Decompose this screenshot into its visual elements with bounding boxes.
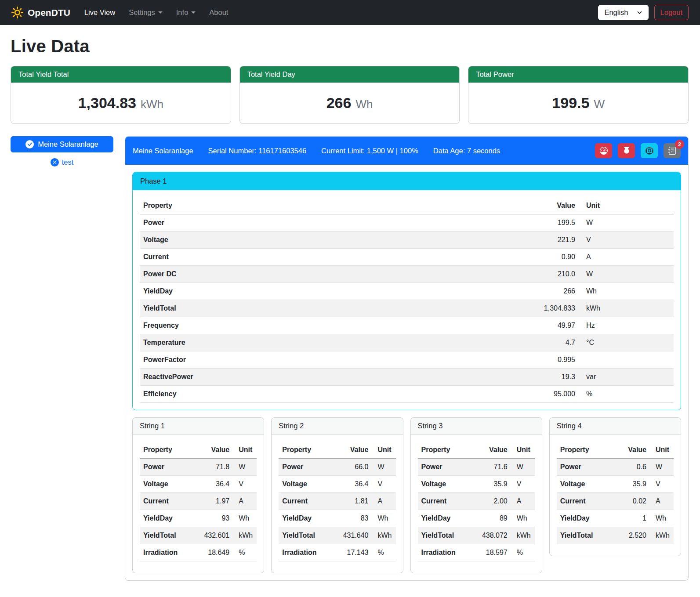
unit-cell: A [579,249,674,266]
unit-cell: V [511,476,535,493]
table-row: Power 199.5 W [140,214,674,232]
inverter-serial: Serial Number: 116171603546 [208,147,307,155]
property-cell: Current [140,493,192,510]
table-header-row: Property Value Unit [279,441,395,459]
power-icon [623,147,631,155]
chevron-down-icon [637,10,642,15]
language-select[interactable]: English [598,5,648,20]
unit-cell: A [372,493,396,510]
property-cell: Current [279,493,331,510]
col-value: Value [403,197,579,214]
property-cell: Temperature [140,334,403,351]
unit-cell: kWh [233,527,257,544]
value-cell: 35.9 [470,476,511,493]
power-settings-button[interactable] [618,143,635,158]
card-value: 266 [326,94,352,111]
table-row: Voltage 221.9 V [140,232,674,249]
table-row: Irradiation 18.597 % [418,544,535,561]
unit-cell: °C [579,334,674,351]
card-unit: W [594,98,605,111]
property-cell: YieldDay [557,510,614,527]
cpu-icon [646,147,653,155]
value-cell: 18.597 [470,544,511,561]
value-cell: 49.97 [403,317,579,334]
value-cell: 95.000 [403,386,579,403]
col-value: Value [192,441,233,459]
unit-cell: kWh [511,527,535,544]
device-info-button[interactable] [641,143,658,158]
unit-cell: V [579,232,674,249]
property-cell: Efficiency [140,386,403,403]
col-unit: Unit [233,441,257,459]
value-cell: 1,304.833 [403,300,579,317]
string-3-header: String 3 [411,418,542,434]
unit-cell: V [372,476,396,493]
property-cell: YieldDay [140,283,403,300]
col-value: Value [331,441,372,459]
property-cell: Power [140,214,403,232]
card-body: 199.5W [468,83,688,123]
card-unit: Wh [355,98,373,111]
table-row: Irradiation 18.649 % [140,544,257,561]
table-row: Power DC 210.0 W [140,266,674,283]
inverter-item-test[interactable]: test [11,158,113,166]
table-row: PowerFactor 0.995 [140,351,674,369]
unit-cell: kWh [650,527,674,544]
nav-about[interactable]: About [209,8,228,17]
value-cell: 431.640 [331,527,372,544]
nav-live-view[interactable]: Live View [84,8,115,17]
limit-settings-button[interactable] [595,143,612,158]
logout-button[interactable]: Logout [654,5,689,20]
nav-info[interactable]: Info [176,8,196,17]
table-row: Current 1.97 A [140,493,257,510]
property-cell: Power [418,459,470,476]
value-cell: 18.649 [192,544,233,561]
property-cell: YieldTotal [418,527,470,544]
inverter-sidebar: Meine Solaranlage test [11,136,113,166]
table-row: Power 0.6 W [557,459,674,476]
table-row: Current 2.00 A [418,493,535,510]
property-cell: YieldDay [279,510,331,527]
inverter-name: Meine Solaranlage [133,147,193,155]
card-header: Total Yield Day [240,66,460,83]
string-4-table: Property Value Unit Power [557,441,674,544]
inverter-data-age: Data Age: 7 seconds [433,147,500,155]
property-cell: Irradiation [279,544,331,561]
value-cell: 1.81 [331,493,372,510]
unit-cell: % [372,544,396,561]
card-value: 1,304.83 [78,94,136,111]
journal-text-icon [668,147,676,155]
inverter-limit: Current Limit: 1,500 W | 100% [321,147,418,155]
event-log-button[interactable]: 2 [664,143,681,158]
inverter-header: Meine Solaranlage Serial Number: 1161716… [125,137,688,165]
value-cell: 4.7 [403,334,579,351]
property-cell: YieldDay [140,510,192,527]
card-total-power: Total Power 199.5W [468,66,689,124]
inverter-select-button[interactable]: Meine Solaranlage [11,136,113,152]
table-header-row: Property Value Unit [418,441,535,459]
table-row: Voltage 35.9 V [418,476,535,493]
unit-cell: W [579,214,674,232]
string-2-header: String 2 [272,418,403,434]
inverter-item-label: test [62,158,74,166]
value-cell: 1 [613,510,650,527]
value-cell: 0.995 [403,351,579,369]
sun-icon [11,7,23,18]
brand-link[interactable]: OpenDTU [11,7,70,18]
col-property: Property [557,441,614,459]
table-header-row: Property Value Unit [140,441,257,459]
string-3-card: String 3 Property Value Unit [410,417,542,573]
value-cell: 1.97 [192,493,233,510]
col-unit: Unit [511,441,535,459]
phase-1-card: Phase 1 Property Value Unit [132,172,681,410]
nav-settings[interactable]: Settings [129,8,163,17]
brand-label: OpenDTU [28,7,70,18]
value-cell: 17.143 [331,544,372,561]
table-row: Temperature 4.7 °C [140,334,674,351]
nav-right: English Logout [598,5,689,20]
property-cell: ReactivePower [140,369,403,386]
unit-cell: kWh [372,527,396,544]
unit-cell: kWh [579,300,674,317]
table-row: Irradiation 17.143 % [279,544,395,561]
value-cell: 438.072 [470,527,511,544]
